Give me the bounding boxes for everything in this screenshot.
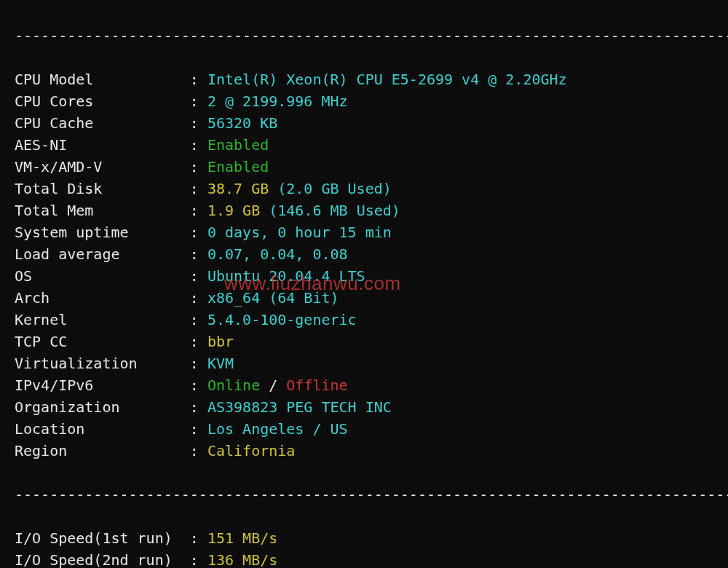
sysinfo-label: VM-x/AMD-V	[15, 158, 190, 175]
sysinfo-row: AES-NI : Enabled	[15, 134, 713, 156]
sysinfo-value: bbr	[207, 333, 234, 350]
sysinfo-row: Arch : x86_64 (64 Bit)	[15, 287, 713, 309]
sysinfo-label: Location	[15, 420, 190, 438]
sysinfo-value: Los Angeles / US	[207, 420, 348, 438]
sysinfo-value: x86_64 (64 Bit)	[207, 289, 339, 307]
sysinfo-value: 56320 KB	[207, 114, 277, 132]
colon-separator: :	[190, 114, 207, 132]
colon-separator: :	[190, 311, 207, 328]
colon-separator: :	[190, 92, 207, 110]
sysinfo-label: Total Mem	[15, 202, 190, 219]
sysinfo-label: System uptime	[15, 224, 190, 241]
colon-separator: :	[190, 202, 207, 219]
sysinfo-value: Intel(R) Xeon(R) CPU E5-2699 v4 @ 2.20GH…	[207, 71, 567, 88]
sysinfo-row: VM-x/AMD-V : Enabled	[15, 156, 713, 178]
ioinfo-value: 136 MB/s	[207, 551, 277, 568]
sysinfo-value: KVM	[207, 355, 234, 372]
divider-mid: ----------------------------------------…	[15, 484, 713, 505]
sysinfo-label: TCP CC	[15, 333, 190, 350]
sysinfo-label: CPU Model	[15, 71, 190, 88]
colon-separator: :	[190, 442, 207, 459]
sysinfo-value: 38.7 GB	[207, 180, 277, 197]
sysinfo-label: Arch	[15, 289, 190, 307]
sysinfo-label: CPU Cores	[15, 92, 190, 110]
system-info-block: CPU Model : Intel(R) Xeon(R) CPU E5-2699…	[15, 68, 713, 462]
sysinfo-row: Load average : 0.07, 0.04, 0.08	[15, 243, 713, 265]
sysinfo-value: 1.9 GB	[207, 202, 269, 219]
sysinfo-row: Organization : AS398823 PEG TECH INC	[15, 396, 713, 418]
sysinfo-row: Kernel : 5.4.0-100-generic	[15, 309, 713, 331]
sysinfo-value: 0.07, 0.04, 0.08	[207, 245, 348, 263]
colon-separator: :	[190, 267, 207, 285]
sysinfo-label: IPv4/IPv6	[15, 376, 190, 394]
divider-top: ----------------------------------------…	[15, 25, 713, 47]
colon-separator: :	[190, 551, 207, 568]
sysinfo-row: CPU Cache : 56320 KB	[15, 112, 713, 134]
sysinfo-row: Total Mem : 1.9 GB (146.6 MB Used)	[15, 200, 713, 221]
sysinfo-suffix: (146.6 MB Used)	[269, 202, 400, 219]
sysinfo-label: Total Disk	[15, 180, 190, 197]
io-speed-block: I/O Speed(1st run) : 151 MB/sI/O Speed(2…	[15, 527, 713, 568]
sysinfo-value: 5.4.0-100-generic	[207, 311, 357, 328]
sysinfo-value: Enabled	[207, 158, 269, 175]
terminal-output: ----------------------------------------…	[0, 0, 728, 568]
sysinfo-row: Region : California	[15, 440, 713, 462]
sysinfo-value: 0 days, 0 hour 15 min	[207, 224, 392, 241]
sysinfo-value: Online	[207, 376, 260, 394]
colon-separator: :	[190, 529, 207, 547]
sysinfo-value: AS398823 PEG TECH INC	[207, 398, 392, 416]
sysinfo-label: AES-NI	[15, 136, 190, 154]
colon-separator: :	[190, 289, 207, 307]
sysinfo-row: Virtualization : KVM	[15, 352, 713, 374]
sysinfo-separator: /	[260, 376, 286, 394]
ioinfo-value: 151 MB/s	[207, 529, 277, 547]
colon-separator: :	[190, 398, 207, 416]
colon-separator: :	[190, 136, 207, 154]
sysinfo-row: Location : Los Angeles / US	[15, 418, 713, 440]
colon-separator: :	[190, 245, 207, 263]
sysinfo-label: Virtualization	[15, 355, 190, 372]
sysinfo-row: CPU Model : Intel(R) Xeon(R) CPU E5-2699…	[15, 68, 713, 90]
sysinfo-value: 2 @ 2199.996 MHz	[207, 92, 348, 110]
colon-separator: :	[190, 420, 207, 438]
colon-separator: :	[190, 333, 207, 350]
sysinfo-row: TCP CC : bbr	[15, 331, 713, 352]
sysinfo-label: OS	[15, 267, 190, 285]
sysinfo-value: California	[207, 442, 295, 459]
colon-separator: :	[190, 71, 207, 88]
sysinfo-label: Kernel	[15, 311, 190, 328]
colon-separator: :	[190, 180, 207, 197]
colon-separator: :	[190, 376, 207, 394]
sysinfo-row: System uptime : 0 days, 0 hour 15 min	[15, 221, 713, 243]
sysinfo-value: Ubuntu 20.04.4 LTS	[207, 267, 365, 285]
sysinfo-label: Organization	[15, 398, 190, 416]
sysinfo-row: IPv4/IPv6 : Online / Offline	[15, 374, 713, 396]
sysinfo-row: Total Disk : 38.7 GB (2.0 GB Used)	[15, 178, 713, 200]
ioinfo-row: I/O Speed(1st run) : 151 MB/s	[15, 527, 713, 549]
colon-separator: :	[190, 224, 207, 241]
sysinfo-label: Region	[15, 442, 190, 459]
colon-separator: :	[190, 355, 207, 372]
colon-separator: :	[190, 158, 207, 175]
sysinfo-value: Enabled	[207, 136, 269, 154]
ioinfo-row: I/O Speed(2nd run) : 136 MB/s	[15, 549, 713, 568]
sysinfo-label: CPU Cache	[15, 114, 190, 132]
sysinfo-label: Load average	[15, 245, 190, 263]
ioinfo-label: I/O Speed(1st run)	[15, 529, 190, 547]
ioinfo-label: I/O Speed(2nd run)	[15, 551, 190, 568]
sysinfo-row: OS : Ubuntu 20.04.4 LTS	[15, 265, 713, 287]
sysinfo-row: CPU Cores : 2 @ 2199.996 MHz	[15, 90, 713, 112]
sysinfo-suffix: Offline	[286, 376, 347, 394]
sysinfo-suffix: (2.0 GB Used)	[277, 180, 392, 197]
